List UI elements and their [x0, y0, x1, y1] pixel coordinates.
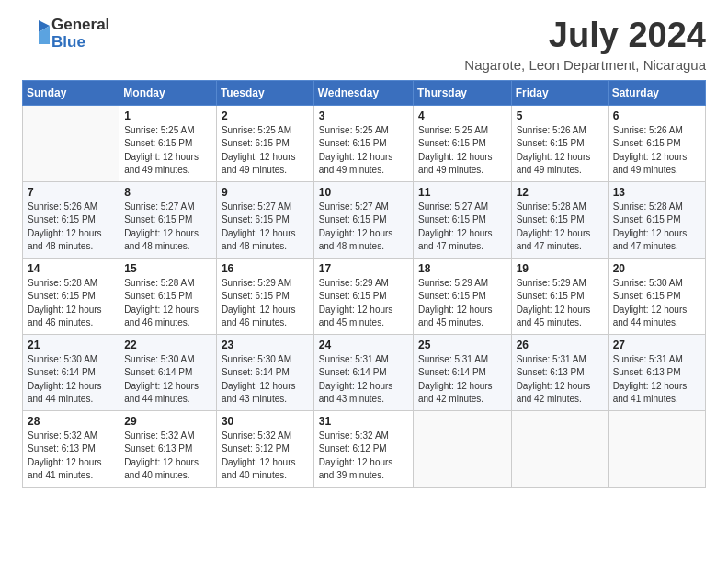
weekday-header-tuesday: Tuesday	[216, 80, 313, 105]
calendar-cell: 28Sunrise: 5:32 AMSunset: 6:13 PMDayligh…	[23, 410, 119, 487]
calendar-cell: 6Sunrise: 5:26 AMSunset: 6:15 PMDaylight…	[608, 105, 705, 181]
calendar-cell: 5Sunrise: 5:26 AMSunset: 6:15 PMDaylight…	[511, 105, 608, 181]
location-title: Nagarote, Leon Department, Nicaragua	[464, 57, 706, 73]
day-number: 6	[613, 109, 700, 122]
logo-icon	[22, 17, 51, 52]
logo-general-text: General	[51, 17, 109, 34]
day-info: Sunrise: 5:30 AMSunset: 6:14 PMDaylight:…	[222, 353, 309, 407]
calendar-cell: 24Sunrise: 5:31 AMSunset: 6:14 PMDayligh…	[313, 334, 413, 410]
logo-blue-text: Blue	[51, 34, 109, 52]
day-number: 4	[418, 109, 506, 122]
calendar-cell: 8Sunrise: 5:27 AMSunset: 6:15 PMDaylight…	[119, 181, 217, 258]
page: General Blue July 2024 Nagarote, Leon De…	[0, 0, 728, 563]
weekday-header-wednesday: Wednesday	[313, 80, 413, 105]
month-title: July 2024	[464, 17, 706, 55]
calendar-cell: 7Sunrise: 5:26 AMSunset: 6:15 PMDaylight…	[23, 181, 119, 258]
day-number: 8	[124, 186, 211, 199]
calendar-cell: 15Sunrise: 5:28 AMSunset: 6:15 PMDayligh…	[119, 258, 217, 334]
day-info: Sunrise: 5:25 AMSunset: 6:15 PMDaylight:…	[124, 124, 211, 178]
day-info: Sunrise: 5:28 AMSunset: 6:15 PMDaylight:…	[517, 201, 603, 254]
calendar-cell	[511, 410, 608, 487]
day-number: 24	[319, 339, 408, 351]
calendar-cell: 4Sunrise: 5:25 AMSunset: 6:15 PMDaylight…	[413, 105, 511, 181]
day-number: 5	[517, 109, 603, 122]
day-info: Sunrise: 5:32 AMSunset: 6:13 PMDaylight:…	[124, 430, 211, 483]
day-number: 28	[28, 415, 114, 428]
day-info: Sunrise: 5:26 AMSunset: 6:15 PMDaylight:…	[517, 124, 603, 178]
calendar-header: SundayMondayTuesdayWednesdayThursdayFrid…	[23, 80, 706, 105]
day-info: Sunrise: 5:31 AMSunset: 6:14 PMDaylight:…	[319, 353, 408, 407]
calendar-cell	[23, 105, 119, 181]
day-info: Sunrise: 5:25 AMSunset: 6:15 PMDaylight:…	[418, 124, 506, 178]
day-number: 15	[124, 262, 211, 275]
day-info: Sunrise: 5:26 AMSunset: 6:15 PMDaylight:…	[28, 201, 114, 254]
calendar-cell: 23Sunrise: 5:30 AMSunset: 6:14 PMDayligh…	[216, 334, 313, 410]
day-number: 2	[222, 109, 309, 122]
day-number: 12	[517, 186, 603, 199]
day-info: Sunrise: 5:32 AMSunset: 6:13 PMDaylight:…	[28, 430, 114, 483]
day-info: Sunrise: 5:26 AMSunset: 6:15 PMDaylight:…	[613, 124, 700, 178]
day-info: Sunrise: 5:28 AMSunset: 6:15 PMDaylight:…	[613, 201, 700, 254]
day-info: Sunrise: 5:32 AMSunset: 6:12 PMDaylight:…	[319, 430, 408, 483]
day-number: 30	[222, 415, 309, 428]
day-info: Sunrise: 5:28 AMSunset: 6:15 PMDaylight:…	[124, 277, 211, 330]
day-number: 11	[418, 186, 506, 199]
calendar-cell: 30Sunrise: 5:32 AMSunset: 6:12 PMDayligh…	[216, 410, 313, 487]
calendar-cell: 27Sunrise: 5:31 AMSunset: 6:13 PMDayligh…	[608, 334, 705, 410]
day-info: Sunrise: 5:27 AMSunset: 6:15 PMDaylight:…	[222, 201, 309, 254]
calendar-cell: 11Sunrise: 5:27 AMSunset: 6:15 PMDayligh…	[413, 181, 511, 258]
calendar-week-row: 21Sunrise: 5:30 AMSunset: 6:14 PMDayligh…	[23, 334, 706, 410]
weekday-header-monday: Monday	[119, 80, 217, 105]
day-info: Sunrise: 5:31 AMSunset: 6:14 PMDaylight:…	[418, 353, 506, 407]
day-number: 27	[613, 339, 700, 351]
title-block: July 2024 Nagarote, Leon Department, Nic…	[464, 17, 706, 73]
day-number: 7	[28, 186, 114, 199]
day-info: Sunrise: 5:30 AMSunset: 6:14 PMDaylight:…	[124, 353, 211, 407]
day-number: 9	[222, 186, 309, 199]
day-info: Sunrise: 5:29 AMSunset: 6:15 PMDaylight:…	[418, 277, 506, 330]
header: General Blue July 2024 Nagarote, Leon De…	[22, 17, 706, 73]
day-number: 18	[418, 262, 506, 275]
day-number: 19	[517, 262, 603, 275]
calendar-table: SundayMondayTuesdayWednesdayThursdayFrid…	[22, 80, 706, 488]
calendar-week-row: 28Sunrise: 5:32 AMSunset: 6:13 PMDayligh…	[23, 410, 706, 487]
calendar-cell: 19Sunrise: 5:29 AMSunset: 6:15 PMDayligh…	[511, 258, 608, 334]
calendar-cell: 29Sunrise: 5:32 AMSunset: 6:13 PMDayligh…	[119, 410, 217, 487]
day-info: Sunrise: 5:27 AMSunset: 6:15 PMDaylight:…	[319, 201, 408, 254]
day-number: 16	[222, 262, 309, 275]
calendar-cell: 20Sunrise: 5:30 AMSunset: 6:15 PMDayligh…	[608, 258, 705, 334]
day-number: 17	[319, 262, 408, 275]
day-info: Sunrise: 5:27 AMSunset: 6:15 PMDaylight:…	[124, 201, 211, 254]
day-number: 26	[517, 339, 603, 351]
weekday-header-friday: Friday	[511, 80, 608, 105]
day-info: Sunrise: 5:27 AMSunset: 6:15 PMDaylight:…	[418, 201, 506, 254]
day-info: Sunrise: 5:31 AMSunset: 6:13 PMDaylight:…	[517, 353, 603, 407]
day-info: Sunrise: 5:31 AMSunset: 6:13 PMDaylight:…	[613, 353, 700, 407]
calendar-cell: 13Sunrise: 5:28 AMSunset: 6:15 PMDayligh…	[608, 181, 705, 258]
calendar-cell: 18Sunrise: 5:29 AMSunset: 6:15 PMDayligh…	[413, 258, 511, 334]
day-number: 22	[124, 339, 211, 351]
calendar-cell: 16Sunrise: 5:29 AMSunset: 6:15 PMDayligh…	[216, 258, 313, 334]
calendar-cell: 17Sunrise: 5:29 AMSunset: 6:15 PMDayligh…	[313, 258, 413, 334]
weekday-header-saturday: Saturday	[608, 80, 705, 105]
day-info: Sunrise: 5:30 AMSunset: 6:14 PMDaylight:…	[28, 353, 114, 407]
day-number: 23	[222, 339, 309, 351]
day-info: Sunrise: 5:29 AMSunset: 6:15 PMDaylight:…	[222, 277, 309, 330]
day-info: Sunrise: 5:29 AMSunset: 6:15 PMDaylight:…	[517, 277, 603, 330]
calendar-cell	[413, 410, 511, 487]
day-info: Sunrise: 5:32 AMSunset: 6:12 PMDaylight:…	[222, 430, 309, 483]
weekday-header-row: SundayMondayTuesdayWednesdayThursdayFrid…	[23, 80, 706, 105]
day-info: Sunrise: 5:29 AMSunset: 6:15 PMDaylight:…	[319, 277, 408, 330]
day-number: 1	[124, 109, 211, 122]
day-number: 21	[28, 339, 114, 351]
day-number: 31	[319, 415, 408, 428]
calendar-cell: 2Sunrise: 5:25 AMSunset: 6:15 PMDaylight…	[216, 105, 313, 181]
day-number: 3	[319, 109, 408, 122]
calendar-cell: 9Sunrise: 5:27 AMSunset: 6:15 PMDaylight…	[216, 181, 313, 258]
calendar-cell: 14Sunrise: 5:28 AMSunset: 6:15 PMDayligh…	[23, 258, 119, 334]
calendar-cell	[608, 410, 705, 487]
day-number: 20	[613, 262, 700, 275]
day-number: 13	[613, 186, 700, 199]
weekday-header-thursday: Thursday	[413, 80, 511, 105]
calendar-cell: 31Sunrise: 5:32 AMSunset: 6:12 PMDayligh…	[313, 410, 413, 487]
